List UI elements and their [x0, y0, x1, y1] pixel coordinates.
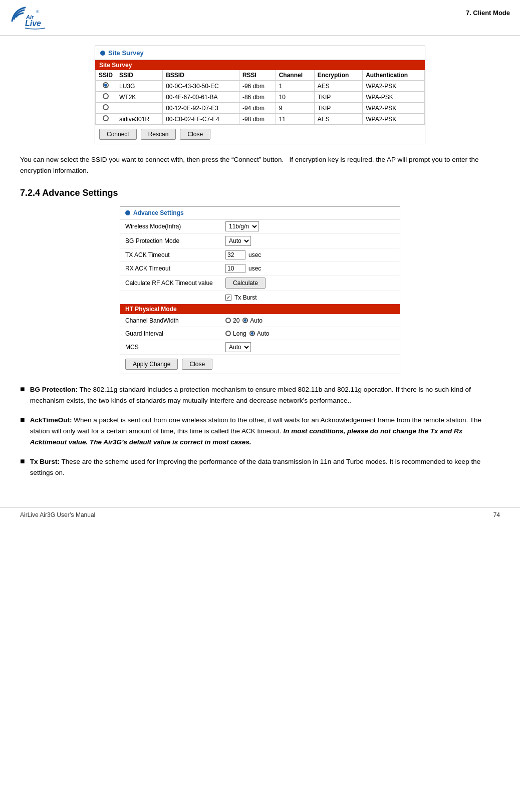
para1-text: You can now select the SSID you want to …: [20, 154, 500, 176]
bullet-ack-title: AckTimeOut:: [30, 416, 72, 424]
survey-row-select-3[interactable]: [96, 114, 116, 125]
survey-row-select-1[interactable]: [96, 92, 116, 103]
survey-cell-encryption-3: AES: [314, 114, 363, 125]
svg-text:®: ®: [36, 10, 39, 14]
survey-cell-auth-1: WPA-PSK: [363, 92, 425, 103]
survey-cell-rssi-3: -98 dbm: [239, 114, 276, 125]
mcs-row: MCS Auto: [120, 340, 400, 355]
connect-button[interactable]: Connect: [99, 129, 137, 140]
survey-cell-bssid-2: 00-12-0E-92-D7-E3: [163, 103, 239, 114]
bullet-txburst: ■ Tx Burst: These are the scheme used fo…: [20, 456, 500, 478]
survey-cell-rssi-1: -86 dbm: [239, 92, 276, 103]
guard-interval-label: Guard Interval: [125, 330, 225, 337]
survey-cell-bssid-0: 00-0C-43-30-50-EC: [163, 81, 239, 92]
advance-settings-title-text: Advance Settings: [133, 209, 184, 216]
survey-table-row[interactable]: 00-12-0E-92-D7-E3-94 dbm9TKIPWPA2-PSK: [96, 103, 425, 114]
bullet-ackout: ■ AckTimeOut: When a packet is sent out …: [20, 415, 500, 447]
calc-rf-control[interactable]: Calculate: [225, 278, 266, 289]
survey-table: SSID SSID BSSID RSSI Channel Encryption …: [95, 70, 425, 125]
close-adv-button[interactable]: Close: [182, 359, 212, 370]
col-ssid: SSID: [116, 70, 163, 81]
survey-cell-bssid-3: 00-C0-02-FF-C7-E4: [163, 114, 239, 125]
survey-cell-encryption-0: AES: [314, 81, 363, 92]
col-encryption: Encryption: [314, 70, 363, 81]
section-heading-advance: 7.2.4 Advance Settings: [20, 188, 500, 198]
survey-cell-auth-2: WPA2-PSK: [363, 103, 425, 114]
page-chapter-label: 7. Client Mode: [466, 5, 510, 17]
channel-bw-label: Channel BandWidth: [125, 317, 225, 324]
survey-cell-encryption-1: TKIP: [314, 92, 363, 103]
survey-table-row[interactable]: airlive301R00-C0-02-FF-C7-E4-98 dbm11AES…: [96, 114, 425, 125]
wireless-mode-select[interactable]: 11b/g/n: [225, 221, 259, 231]
survey-table-row[interactable]: WT2K00-4F-67-00-61-BA-86 dbm10TKIPWPA-PS…: [96, 92, 425, 103]
tx-burst-checkbox[interactable]: ✓: [225, 295, 231, 301]
guard-long-option[interactable]: Long: [225, 330, 246, 337]
survey-table-row[interactable]: LU3G00-0C-43-30-50-EC-96 dbm1AESWPA2-PSK: [96, 81, 425, 92]
survey-radio-3[interactable]: [103, 115, 109, 121]
tx-burst-row: ✓ Tx Burst: [120, 291, 400, 304]
calculate-button[interactable]: Calculate: [225, 278, 266, 289]
adv-title-dot: [125, 210, 130, 215]
guard-auto-option[interactable]: Auto: [249, 330, 270, 337]
rx-ack-control: usec: [225, 264, 261, 273]
channel-bw-20-option[interactable]: 20: [225, 317, 239, 324]
rx-ack-label: RX ACK Timeout: [125, 265, 225, 272]
close-survey-button[interactable]: Close: [180, 129, 210, 140]
survey-cell-bssid-1: 00-4F-67-00-61-BA: [163, 92, 239, 103]
col-rssi: RSSI: [239, 70, 276, 81]
bg-protection-select[interactable]: Auto: [225, 236, 251, 246]
channel-bw-auto-radio[interactable]: [242, 318, 248, 323]
survey-row-select-2[interactable]: [96, 103, 116, 114]
bg-protection-control[interactable]: Auto: [225, 236, 251, 246]
col-bssid: BSSID: [163, 70, 239, 81]
mcs-control[interactable]: Auto: [225, 342, 251, 352]
tx-ack-input[interactable]: [225, 250, 245, 259]
main-content: Site Survey Site Survey SSID SSID BSSID …: [0, 36, 520, 497]
survey-radio-1[interactable]: [103, 93, 109, 99]
apply-change-button[interactable]: Apply Change: [125, 359, 178, 370]
advance-settings-panel: Advance Settings Wireless Mode(Infra) 11…: [120, 206, 400, 374]
channel-bw-auto-label: Auto: [250, 317, 263, 324]
wireless-mode-control[interactable]: 11b/g/n: [225, 221, 259, 231]
survey-radio-0[interactable]: [103, 82, 109, 88]
title-dot-icon: [100, 51, 105, 56]
channel-bw-row: Channel BandWidth 20 Auto: [120, 314, 400, 327]
survey-table-header: Site Survey: [95, 60, 425, 70]
bullet-bg-text: The 802.11g standard includes a protecti…: [30, 386, 471, 404]
site-survey-title: Site Survey: [95, 46, 425, 60]
survey-cell-rssi-2: -94 dbm: [239, 103, 276, 114]
survey-cell-auth-0: WPA2-PSK: [363, 81, 425, 92]
survey-cell-channel-1: 10: [276, 92, 314, 103]
guard-auto-radio[interactable]: [249, 331, 255, 336]
col-auth: Authentication: [363, 70, 425, 81]
survey-row-select-0[interactable]: [96, 81, 116, 92]
bullet-bg-title: BG Protection:: [30, 386, 78, 393]
channel-bw-20-radio[interactable]: [225, 318, 231, 323]
col-select: SSID: [96, 70, 116, 81]
bullet-tx-content: Tx Burst: These are the scheme used for …: [30, 456, 500, 478]
bullet-tx-text: These are the scheme used for improving …: [30, 458, 481, 476]
tx-burst-control[interactable]: ✓ Tx Burst: [225, 294, 257, 301]
mcs-select[interactable]: Auto: [225, 342, 251, 352]
wireless-mode-row: Wireless Mode(Infra) 11b/g/n: [120, 219, 400, 234]
ht-physical-header: HT Physical Mode: [120, 304, 400, 314]
survey-cell-ssid-0: LU3G: [116, 81, 163, 92]
logo-area: Air ® Live: [10, 5, 65, 33]
channel-bw-auto-option[interactable]: Auto: [242, 317, 263, 324]
survey-cell-channel-2: 9: [276, 103, 314, 114]
channel-bw-20-label: 20: [233, 317, 239, 324]
survey-radio-2[interactable]: [103, 104, 109, 110]
rescan-button[interactable]: Rescan: [141, 129, 176, 140]
rx-ack-input[interactable]: [225, 264, 245, 273]
mcs-label: MCS: [125, 344, 225, 351]
advance-settings-title: Advance Settings: [120, 207, 400, 219]
page-header: Air ® Live 7. Client Mode: [0, 0, 520, 36]
bg-protection-row: BG Protection Mode Auto: [120, 234, 400, 248]
rx-ack-unit: usec: [248, 265, 261, 272]
survey-cell-rssi-0: -96 dbm: [239, 81, 276, 92]
guard-long-label: Long: [233, 330, 246, 337]
tx-ack-control: usec: [225, 250, 261, 259]
guard-long-radio[interactable]: [225, 331, 231, 336]
guard-interval-row: Guard Interval Long Auto: [120, 327, 400, 340]
bullet-tx-title: Tx Burst:: [30, 458, 60, 465]
